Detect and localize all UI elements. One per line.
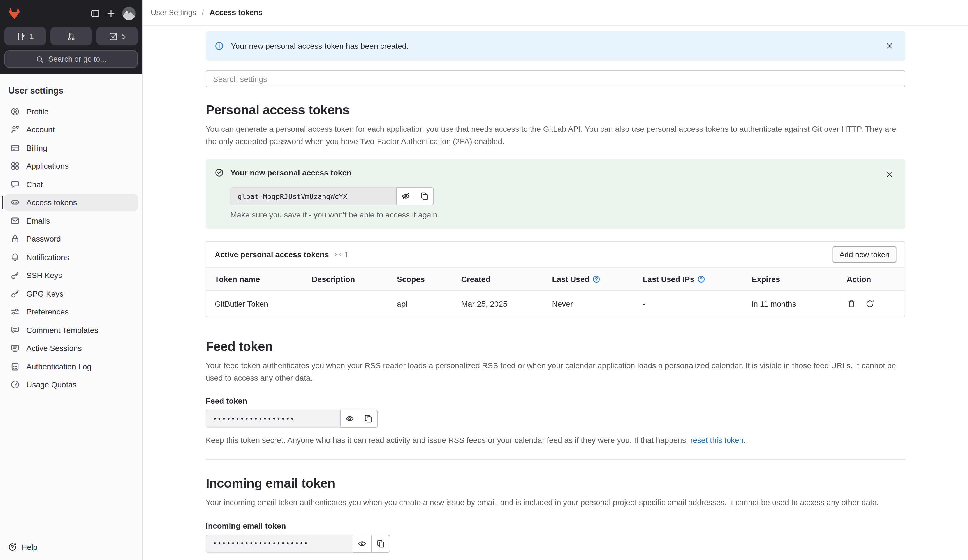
incoming-email-token-value-input[interactable] [206,535,353,552]
info-alert: Your new personal access token has been … [206,31,905,61]
sidebar-item-comment-templates[interactable]: Comment Templates [5,321,138,339]
merge-requests-button[interactable] [50,27,92,45]
issues-count-button[interactable]: 1 [5,27,46,45]
col-token-name: Token name [206,268,306,291]
check-circle-icon [215,168,224,177]
eye-icon [345,414,354,423]
col-description: Description [306,268,391,291]
incoming-email-token-description: Your incoming email token authenticates … [206,497,905,509]
cell-description [306,291,391,317]
col-created: Created [456,268,547,291]
search-icon [36,55,44,63]
user-avatar[interactable] [122,7,136,20]
sidebar-item-active-sessions[interactable]: Active Sessions [5,340,138,357]
breadcrumb-current: Access tokens [210,8,263,17]
new-token-close-button[interactable] [883,167,896,181]
copy-feed-token-button[interactable] [359,410,378,428]
sidebar-item-password[interactable]: Password [5,230,138,247]
emails-icon [11,216,20,225]
token-pill-icon [334,250,342,258]
sidebar-item-preferences[interactable]: Preferences [5,303,138,320]
search-placeholder-text: Search or go to... [48,55,106,63]
active-tokens-count-badge: 1 [334,250,348,259]
help-menu-item[interactable]: Help [0,534,143,560]
copy-icon [376,539,385,548]
cell-last-used-ips: - [637,291,746,317]
col-scopes: Scopes [391,268,456,291]
active-sessions-icon [11,344,20,353]
account-icon [11,125,20,134]
help-question-icon[interactable] [697,275,705,283]
todos-count: 5 [122,32,126,40]
reveal-incoming-email-token-button[interactable] [353,535,371,552]
sidebar-item-gpg-keys[interactable]: GPG Keys [5,285,138,302]
cell-created: Mar 25, 2025 [456,291,547,317]
sidebar-item-notifications[interactable]: Notifications [5,249,138,266]
col-action: Action [841,268,905,291]
sidebar-item-usage-quotas[interactable]: Usage Quotas [5,376,138,393]
sidebar-item-access-tokens[interactable]: Access tokens [5,194,138,211]
password-lock-icon [11,234,20,243]
merge-request-icon [67,31,76,41]
new-token-value-input[interactable] [230,187,396,205]
sidebar-item-chat[interactable]: Chat [5,176,138,193]
sidebar-item-applications[interactable]: Applications [5,157,138,175]
sidebar-item-ssh-keys[interactable]: SSH Keys [5,267,138,284]
billing-icon [11,143,20,152]
feed-token-value-input[interactable] [206,410,340,428]
active-tokens-title: Active personal access tokens [215,250,329,259]
cell-scopes: api [391,291,456,317]
active-tokens-card: Active personal access tokens 1 Add new … [206,241,905,317]
issues-count: 1 [30,32,34,40]
alert-text: Your new personal access token has been … [231,41,409,50]
cell-last-used: Never [547,291,637,317]
super-sidebar: 1 5 [0,0,143,560]
profile-icon [11,107,20,116]
close-icon [886,171,893,178]
info-icon [215,41,224,50]
personal-access-tokens-description: You can generate a personal access token… [206,123,905,147]
todos-icon [109,31,118,41]
add-new-token-button[interactable]: Add new token [833,246,896,263]
personal-access-tokens-title: Personal access tokens [206,103,905,118]
new-token-title: Your new personal access token [230,167,351,178]
reveal-feed-token-button[interactable] [340,410,359,428]
copy-incoming-email-token-button[interactable] [371,535,390,552]
sidebar-toggle-icon[interactable] [88,6,103,21]
search-or-go-to[interactable]: Search or go to... [5,50,138,68]
sidebar-item-emails[interactable]: Emails [5,212,138,229]
copy-token-button[interactable] [415,187,434,205]
revoke-trash-icon[interactable] [847,299,855,308]
gitlab-tanuki-logo[interactable] [7,6,22,21]
main-area: User Settings / Access tokens Your new p… [144,0,968,560]
cell-expires: in 11 months [746,291,841,317]
search-settings-input[interactable] [206,70,905,88]
issues-icon [17,31,26,41]
gpg-key-icon [11,289,20,298]
feed-token-description: Your feed token authenticates you when y… [206,360,905,384]
todos-count-button[interactable]: 5 [96,27,138,45]
authentication-log-icon [11,362,20,371]
rotate-token-icon[interactable] [865,299,874,308]
feed-token-label: Feed token [206,396,905,405]
sidebar-item-account[interactable]: Account [5,121,138,138]
token-pill-icon [11,198,20,207]
incoming-email-token-label: Incoming email token [206,521,905,530]
sidebar-item-profile[interactable]: Profile [5,103,138,120]
breadcrumb-separator: / [202,8,204,17]
breadcrumb-user-settings[interactable]: User Settings [151,8,196,17]
hide-token-button[interactable] [396,187,415,205]
copy-icon [420,192,429,200]
help-question-icon[interactable] [592,275,600,283]
incoming-email-token-title: Incoming email token [206,476,905,491]
sidebar-item-authentication-log[interactable]: Authentication Log [5,358,138,375]
reset-feed-token-link[interactable]: reset this token [690,436,744,444]
chat-icon [11,180,20,189]
create-new-plus-icon[interactable] [103,6,119,21]
alert-close-button[interactable] [883,39,896,53]
sidebar-section-title: User settings [0,74,143,103]
sidebar-menu: Profile Account Billing Applications [0,103,143,393]
ssh-key-icon [11,271,20,280]
usage-quotas-icon [11,380,20,389]
sidebar-item-billing[interactable]: Billing [5,139,138,156]
